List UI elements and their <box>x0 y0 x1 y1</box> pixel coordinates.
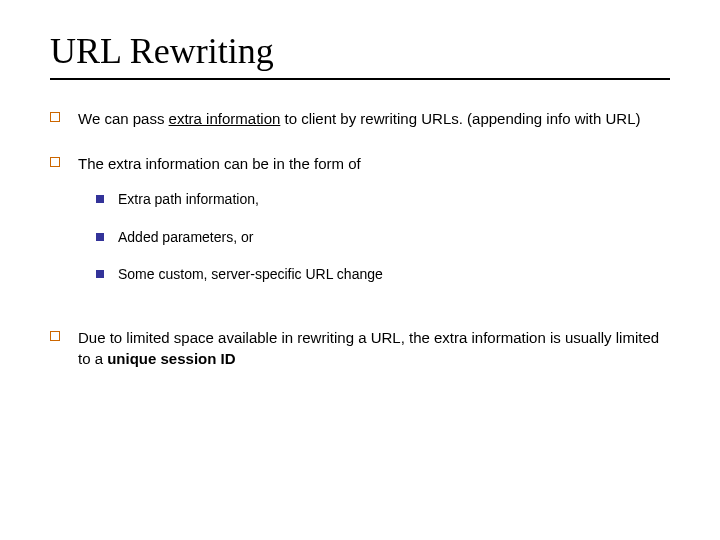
sub-bullet-1-text: Extra path information, <box>118 190 259 210</box>
bullet-list: We can pass extra information to client … <box>50 108 670 369</box>
bullet-1-text: We can pass extra information to client … <box>78 108 670 129</box>
square-bullet-icon <box>50 157 60 167</box>
list-item: Extra path information, <box>96 190 670 210</box>
text-fragment: to client by rewriting URLs. (appending … <box>280 110 640 127</box>
text-fragment: We can pass <box>78 110 169 127</box>
page-title: URL Rewriting <box>50 30 670 80</box>
underlined-text: extra information <box>169 110 281 127</box>
list-item: We can pass extra information to client … <box>50 108 670 129</box>
list-item: The extra information can be in the form… <box>50 153 670 303</box>
filled-square-bullet-icon <box>96 195 104 203</box>
list-item: Due to limited space available in rewrit… <box>50 327 670 369</box>
sub-bullet-3-text: Some custom, server-specific URL change <box>118 265 383 285</box>
square-bullet-icon <box>50 112 60 122</box>
bullet-2-text: The extra information can be in the form… <box>78 155 361 172</box>
bullet-3-text: Due to limited space available in rewrit… <box>78 327 670 369</box>
filled-square-bullet-icon <box>96 233 104 241</box>
bold-text: unique session ID <box>107 350 235 367</box>
square-bullet-icon <box>50 331 60 341</box>
sub-bullet-list: Extra path information, Added parameters… <box>78 190 670 285</box>
list-item: Some custom, server-specific URL change <box>96 265 670 285</box>
list-item: Added parameters, or <box>96 228 670 248</box>
sub-bullet-2-text: Added parameters, or <box>118 228 253 248</box>
filled-square-bullet-icon <box>96 270 104 278</box>
